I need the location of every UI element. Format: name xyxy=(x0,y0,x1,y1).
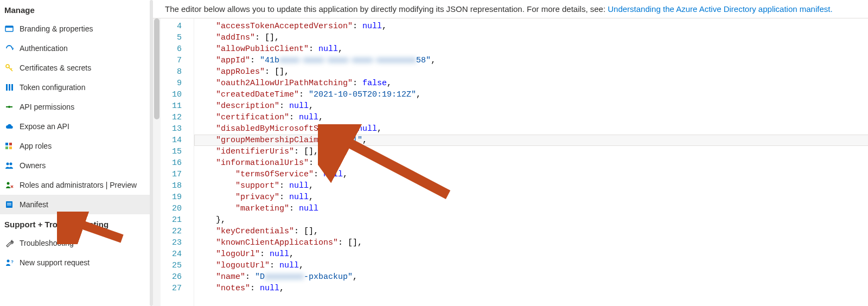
code-line[interactable]: "informationalUrls": { xyxy=(196,157,868,169)
sidebar-item-label: Troubleshooting xyxy=(20,239,149,248)
sidebar-item-manifest[interactable]: Manifest xyxy=(0,195,153,214)
support-icon: ? xyxy=(4,258,14,267)
line-number: 27 xyxy=(161,283,182,294)
svg-rect-1 xyxy=(5,26,13,28)
line-number: 23 xyxy=(161,237,182,248)
wrench-icon xyxy=(4,238,14,248)
sidebar-item-label: Roles and administrators | Preview xyxy=(20,181,149,190)
editor-scrollbar-track[interactable] xyxy=(153,18,161,306)
manifest-icon xyxy=(4,200,14,209)
sidebar-item-label: Manifest xyxy=(20,200,149,209)
svg-rect-5 xyxy=(11,84,13,91)
svg-point-12 xyxy=(10,163,12,165)
editor-scrollbar-thumb[interactable] xyxy=(154,18,159,119)
code-line[interactable]: }, xyxy=(196,214,868,226)
code-line[interactable]: "notes": null, xyxy=(196,283,868,294)
sidebar-item-label: New support request xyxy=(20,258,149,267)
svg-rect-7 xyxy=(5,143,8,145)
svg-rect-10 xyxy=(9,146,12,149)
code-line[interactable]: "appRoles": [], xyxy=(196,66,868,78)
code-line[interactable]: "allowPublicClient": null, xyxy=(196,43,868,55)
line-number: 22 xyxy=(161,226,182,237)
svg-point-17 xyxy=(7,260,10,263)
code-line[interactable]: "disabledByMicrosoftStatus": null, xyxy=(196,123,868,135)
code-line[interactable]: "certification": null, xyxy=(196,112,868,123)
sidebar-item-certificates[interactable]: Certificates & secrets xyxy=(0,58,153,78)
line-number: 25 xyxy=(161,260,182,271)
sidebar-item-tokenconfig[interactable]: Token configuration xyxy=(0,78,153,97)
svg-rect-9 xyxy=(5,146,8,149)
sidebar-item-approles[interactable]: App roles xyxy=(0,136,153,156)
branding-icon xyxy=(4,24,14,34)
code-line[interactable]: "support": null, xyxy=(196,180,868,192)
code-line[interactable]: "groupMembershipClaims": "All", xyxy=(194,135,868,146)
svg-rect-8 xyxy=(9,143,12,145)
cloud-icon xyxy=(4,122,14,131)
line-number: 20 xyxy=(161,203,182,214)
line-number: 16 xyxy=(161,157,182,169)
code-line[interactable]: "logoUrl": null, xyxy=(196,248,868,260)
sidebar-item-label: App roles xyxy=(20,142,149,151)
code-line[interactable]: "oauth2AllowUrlPathMatching": false, xyxy=(196,78,868,89)
sidebar-item-apiperm[interactable]: API permissions xyxy=(0,97,153,117)
sidebar-item-label: Owners xyxy=(20,161,149,170)
approles-icon xyxy=(4,141,14,151)
sidebar: ManageBranding & propertiesAuthenticatio… xyxy=(0,0,153,306)
sidebar-item-label: Branding & properties xyxy=(20,24,149,34)
sidebar-item-troubleshoot[interactable]: Troubleshooting xyxy=(0,233,153,253)
editor-wrap: 4567891011121314151617181920212223242526… xyxy=(153,18,868,306)
svg-point-6 xyxy=(8,106,10,108)
svg-rect-16 xyxy=(7,205,11,205)
code-line[interactable]: "logoutUrl": null, xyxy=(196,260,868,271)
code-line[interactable]: "name": "Dxxxxxxxx-pxbackup", xyxy=(196,271,868,283)
line-number: 11 xyxy=(161,100,182,112)
line-number: 21 xyxy=(161,214,182,226)
code-line[interactable]: "identifierUris": [], xyxy=(196,146,868,157)
line-number: 6 xyxy=(161,43,182,55)
code-line[interactable]: "accessTokenAcceptedVersion": null, xyxy=(196,21,868,32)
line-number: 24 xyxy=(161,248,182,260)
code-line[interactable]: "knownClientApplications": [], xyxy=(196,237,868,248)
line-number: 10 xyxy=(161,89,182,100)
sidebar-item-label: Token configuration xyxy=(20,83,149,92)
sidebar-item-exposeapi[interactable]: Expose an API xyxy=(0,117,153,136)
intro-text: The editor below allows you to update th… xyxy=(153,0,868,18)
svg-rect-3 xyxy=(6,84,8,91)
auth-icon xyxy=(4,43,14,53)
sidebar-section-header: Support + Troubleshooting xyxy=(0,214,153,233)
code-line[interactable]: "addIns": [], xyxy=(196,32,868,43)
svg-point-13 xyxy=(7,182,10,185)
owners-icon xyxy=(4,161,14,170)
sidebar-item-branding[interactable]: Branding & properties xyxy=(0,19,153,39)
svg-rect-15 xyxy=(7,203,11,203)
svg-point-11 xyxy=(7,163,9,165)
code-line[interactable]: "appId": "41bxxxx-xxxx-xxxx-xxxx-xxxxxxx… xyxy=(196,55,868,66)
code-line[interactable]: "privacy": null, xyxy=(196,192,868,203)
line-number: 18 xyxy=(161,180,182,192)
json-editor[interactable]: 4567891011121314151617181920212223242526… xyxy=(161,18,868,306)
main-panel: The editor below allows you to update th… xyxy=(153,0,868,306)
intro-prefix: The editor below allows you to update th… xyxy=(165,4,608,14)
sidebar-item-rolesadmin[interactable]: Roles and administrators | Preview xyxy=(0,175,153,195)
intro-link[interactable]: Understanding the Azure Active Directory… xyxy=(608,4,832,14)
code-line[interactable]: "createdDateTime": "2021-10-05T20:19:12Z… xyxy=(196,89,868,100)
sidebar-item-newsupport[interactable]: ?New support request xyxy=(0,253,153,272)
code-line[interactable]: "keyCredentials": [], xyxy=(196,226,868,237)
sidebar-item-label: Authentication xyxy=(20,44,149,53)
key-icon xyxy=(4,63,14,73)
code-line[interactable]: "termsOfService": null, xyxy=(196,169,868,180)
token-icon xyxy=(4,82,14,92)
svg-text:?: ? xyxy=(11,259,14,264)
code-area[interactable]: "accessTokenAcceptedVersion": null, "add… xyxy=(194,18,868,306)
line-number: 26 xyxy=(161,271,182,283)
line-number: 17 xyxy=(161,169,182,180)
line-number: 7 xyxy=(161,55,182,66)
sidebar-item-label: API permissions xyxy=(20,103,149,112)
code-line[interactable]: "marketing": null xyxy=(196,203,868,214)
sidebar-item-authentication[interactable]: Authentication xyxy=(0,39,153,58)
sidebar-item-owners[interactable]: Owners xyxy=(0,156,153,175)
sidebar-section-header: Manage xyxy=(0,0,153,19)
code-line[interactable]: "description": null, xyxy=(196,100,868,112)
line-number: 19 xyxy=(161,192,182,203)
line-number: 4 xyxy=(161,21,182,32)
